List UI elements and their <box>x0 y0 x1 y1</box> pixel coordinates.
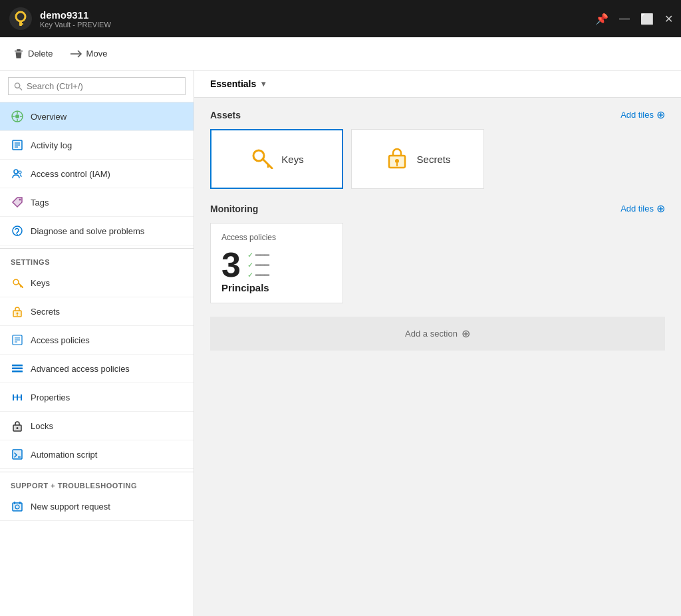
sidebar-item-overview[interactable]: Overview <box>0 102 194 131</box>
access-control-label: Access control (IAM) <box>31 169 110 179</box>
assets-title: Assets <box>210 110 241 120</box>
sidebar-item-keys[interactable]: Keys <box>0 269 194 297</box>
secrets-tile[interactable]: Secrets <box>351 129 484 189</box>
sidebar-item-tags[interactable]: Tags <box>0 188 194 217</box>
delete-button[interactable]: Delete <box>13 46 53 62</box>
support-icon <box>11 500 24 513</box>
checklist-icon: ✓ ═══ ✓ ═══ ✓ ═══ <box>247 251 269 279</box>
adv-policies-icon <box>11 362 24 375</box>
move-button[interactable]: Move <box>69 46 108 61</box>
monitoring-add-tiles-button[interactable]: Add tiles ⊕ <box>620 202 665 215</box>
locks-icon <box>11 419 24 432</box>
iam-icon <box>11 167 24 180</box>
app-subtitle: Key Vault - PREVIEW <box>40 21 111 29</box>
sidebar-item-diagnose[interactable]: Diagnose and solve problems <box>0 217 194 245</box>
titlebar-text: demo9311 Key Vault - PREVIEW <box>40 9 111 29</box>
pin-icon[interactable]: 📌 <box>595 13 609 25</box>
add-tiles-label: Add tiles <box>620 110 654 120</box>
monitoring-add-tiles-label: Add tiles <box>620 204 654 214</box>
svg-point-20 <box>14 170 18 174</box>
svg-rect-5 <box>17 49 21 51</box>
search-input-wrap[interactable] <box>8 77 186 95</box>
search-bar <box>0 71 194 102</box>
svg-point-43 <box>17 427 19 429</box>
activity-icon <box>11 138 24 152</box>
monitoring-tile-sublabel: Principals <box>221 282 332 293</box>
support-header: SUPPORT + TROUBLESHOOTING <box>0 475 194 492</box>
sidebar-item-access-control[interactable]: Access control (IAM) <box>0 160 194 188</box>
main-layout: Overview Activity log <box>0 71 681 616</box>
svg-rect-6 <box>15 51 23 52</box>
monitoring-tiles-row: Access policies 3 ✓ ═══ ✓ ═══ <box>210 223 665 303</box>
automation-label: Automation script <box>31 450 97 460</box>
toolbar: Delete Move <box>0 37 681 71</box>
assets-tiles-row: Keys Secrets <box>210 129 665 189</box>
monitoring-section-header: Monitoring Add tiles ⊕ <box>210 202 665 215</box>
add-section-button[interactable]: Add a section ⊕ <box>210 317 665 351</box>
delete-label: Delete <box>28 49 53 59</box>
support-request-label: New support request <box>31 502 110 512</box>
svg-point-11 <box>15 114 19 118</box>
properties-label: Properties <box>31 392 70 402</box>
automation-icon <box>11 448 24 461</box>
sidebar-item-secrets[interactable]: Secrets <box>0 297 194 326</box>
access-policies-label: Access policies <box>31 335 90 345</box>
adv-access-policies-label: Advanced access policies <box>31 364 130 374</box>
monitoring-tile-count: 3 <box>221 247 241 282</box>
sidebar-item-locks[interactable]: Locks <box>0 412 194 440</box>
diagnose-icon <box>11 224 24 237</box>
sidebar-item-adv-access-policies[interactable]: Advanced access policies <box>0 355 194 383</box>
access-policies-tile[interactable]: Access policies 3 ✓ ═══ ✓ ═══ <box>210 223 343 303</box>
add-section-icon: ⊕ <box>462 327 470 340</box>
svg-rect-46 <box>13 503 22 511</box>
keys-tile[interactable]: Keys <box>210 129 343 189</box>
keys-label: Keys <box>31 278 50 288</box>
overview-label: Overview <box>31 112 67 122</box>
restore-icon[interactable]: ⬜ <box>640 13 654 25</box>
svg-point-21 <box>19 171 21 174</box>
add-tiles-icon: ⊕ <box>656 108 665 121</box>
properties-icon <box>11 390 24 404</box>
app-name: demo9311 <box>40 9 111 21</box>
svg-point-24 <box>17 234 18 235</box>
divider-settings <box>0 248 194 249</box>
svg-rect-36 <box>12 368 23 370</box>
move-label: Move <box>86 49 108 59</box>
svg-rect-44 <box>13 450 22 459</box>
svg-point-54 <box>395 159 399 163</box>
add-section-label: Add a section <box>405 329 458 339</box>
svg-line-9 <box>19 87 22 90</box>
overview-icon <box>11 110 24 123</box>
secrets-tile-label: Secrets <box>417 154 451 165</box>
secrets-icon <box>11 305 24 318</box>
keys-tile-label: Keys <box>281 154 303 165</box>
minimize-icon[interactable]: — <box>619 13 630 25</box>
move-icon <box>69 49 82 59</box>
sidebar-item-automation[interactable]: Automation script <box>0 440 194 469</box>
search-input[interactable] <box>27 81 180 91</box>
activity-log-label: Activity log <box>31 140 72 150</box>
assets-section-header: Assets Add tiles ⊕ <box>210 108 665 121</box>
svg-rect-37 <box>12 371 23 373</box>
settings-header: SETTINGS <box>0 251 194 269</box>
content-inner: Assets Add tiles ⊕ Keys <box>194 98 681 361</box>
sidebar-item-properties[interactable]: Properties <box>0 383 194 412</box>
essentials-bar[interactable]: Essentials ▾ <box>194 71 681 98</box>
svg-rect-4 <box>21 23 23 25</box>
sidebar-item-access-policies[interactable]: Access policies <box>0 326 194 355</box>
svg-point-1 <box>9 7 32 30</box>
svg-point-29 <box>17 313 19 315</box>
diagnose-label: Diagnose and solve problems <box>31 226 144 236</box>
svg-point-23 <box>13 226 22 235</box>
svg-rect-35 <box>12 365 23 367</box>
key-tile-icon <box>249 145 273 174</box>
assets-add-tiles-button[interactable]: Add tiles ⊕ <box>620 108 665 121</box>
close-icon[interactable]: ✕ <box>664 13 673 25</box>
locks-label: Locks <box>31 421 53 431</box>
tags-icon <box>11 196 24 209</box>
divider-support <box>0 472 194 472</box>
sidebar: Overview Activity log <box>0 71 194 616</box>
svg-point-25 <box>13 279 19 285</box>
sidebar-item-activity-log[interactable]: Activity log <box>0 131 194 160</box>
sidebar-item-support-request[interactable]: New support request <box>0 492 194 521</box>
